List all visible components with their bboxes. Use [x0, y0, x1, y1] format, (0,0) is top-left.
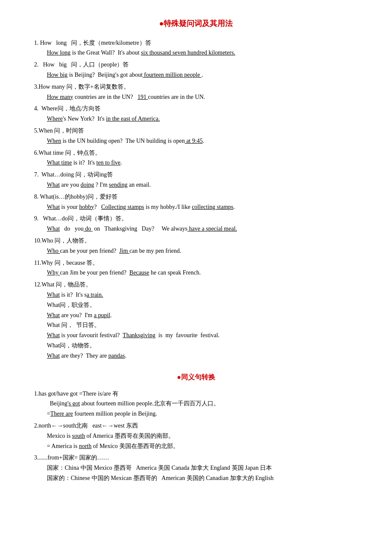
s2-item-2-line2: = America is north of Mexico 美国在墨西哥的北部。 [47, 441, 358, 451]
item-12c-example: What is your favourit festival? Thanksgi… [47, 330, 358, 341]
page-title: ●特殊疑问词及其用法 [34, 17, 358, 30]
s2-item-1-line1: Beijing's got about fourteen million peo… [47, 399, 358, 409]
s2-item-2-line1: Mexico is south of America 墨西哥在美国的南部。 [47, 431, 358, 441]
s2-item-3-label: 3.......from+国家= 国家的…… [34, 454, 109, 461]
page-wrapper: ●特殊疑问词及其用法 1. How long 问，长度（metre/kilome… [34, 17, 358, 555]
item-2-example: How big is Beijing? Beijing's got about … [47, 70, 358, 80]
item-8-label: 8. What(is…的hobby)问，爱好答 [34, 194, 118, 200]
item-3-example: How many countries are in the UN? 191 co… [47, 92, 358, 102]
s2-item-3: 3.......from+国家= 国家的…… 国家：China 中国 Mexic… [34, 453, 358, 483]
item-12-label: 12.What 问，物品答。 [34, 281, 92, 288]
item-6-example: What time is it? It's ten to five. [47, 158, 358, 168]
item-7: 7. What…doing 问，动词ing答 What are you doin… [34, 170, 358, 190]
s2-item-2-label: 2.north←→south北南 east←→west 东西 [34, 422, 138, 429]
item-1: 1. How long 问，长度（metre/kilometre）答 How l… [34, 38, 358, 58]
item-4-label: 4. Where问，地点/方向答 [34, 105, 101, 112]
section2-title: ●同义句转换 [34, 371, 358, 383]
item-12a-example: What is it? It's sa train. [47, 290, 358, 300]
s2-item-1-label: 1.has got/have got =There is/are 有 [34, 390, 118, 397]
item-1-example: How long is the Great Wall? It's about s… [47, 48, 358, 58]
item-8-example: What is your hobby? Collecting stamps is… [47, 202, 358, 212]
item-11: 11.Why 问，because 答。 Why can Jim be your … [34, 258, 358, 278]
item-11-label: 11.Why 问，because 答。 [34, 260, 99, 266]
item-7-example: What are you doing ? I'm sending an emai… [47, 180, 358, 190]
section2-title-text: ●同义句转换 [177, 373, 215, 381]
item-6: 6.What time 问，钟点答。 What time is it? It's… [34, 148, 358, 168]
s2-item-2: 2.north←→south北南 east←→west 东西 Mexico is… [34, 421, 358, 451]
item-9-example: What do you do on Thanksgiving Day? We a… [47, 224, 358, 234]
item-1-label: 1. How long 问，长度（metre/kilometre）答 [34, 40, 151, 46]
item-12d-label: What问，动物答。 [47, 341, 358, 351]
s2-item-3-line2: 国家的：Chinese 中国的 Mexican 墨西哥的 American 美国… [47, 473, 358, 483]
item-12b-label: What问，职业答。 [47, 300, 358, 310]
item-4-example: Where's New York? It's in the east of Am… [47, 114, 358, 124]
item-10-label: 10.Who 问，人物答。 [34, 237, 90, 244]
item-5: 5.When 问，时间答 When is the UN building ope… [34, 126, 358, 146]
item-12d-example: What are they? They are pandas. [47, 351, 358, 361]
item-12c-label: What 问， 节日答。 [47, 320, 358, 330]
item-12b-example: What are you? I'm a pupil. [47, 310, 358, 321]
item-9: 9. What…do问，动词（事情）答。 What do you do on T… [34, 214, 358, 234]
s2-item-3-line1: 国家：China 中国 Mexico 墨西哥 America 美国 Canada… [47, 463, 358, 473]
item-10-example: Who can be your pen friend? Jim can be m… [47, 246, 358, 256]
item-7-label: 7. What…doing 问，动词ing答 [34, 171, 113, 178]
item-3-label: 3.How many 问，数字+名词复数答。 [34, 84, 130, 90]
item-3: 3.How many 问，数字+名词复数答。 How many countrie… [34, 82, 358, 102]
item-8: 8. What(is…的hobby)问，爱好答 What is your hob… [34, 192, 358, 212]
item-5-example: When is the UN building open? The UN bui… [47, 136, 358, 146]
item-2: 2. How big 问，人口（people）答 How big is Beij… [34, 60, 358, 80]
item-9-label: 9. What…do问，动词（事情）答。 [34, 215, 127, 222]
item-5-label: 5.When 问，时间答 [34, 127, 84, 134]
item-4: 4. Where问，地点/方向答 Where's New York? It's … [34, 104, 358, 124]
item-11-example: Why can Jim be your pen friend? Because … [47, 268, 358, 278]
title-text: ●特殊疑问词及其用法 [159, 19, 233, 28]
item-12: 12.What 问，物品答。 What is it? It's sa train… [34, 280, 358, 361]
item-6-label: 6.What time 问，钟点答。 [34, 150, 101, 156]
item-2-label: 2. How big 问，人口（people）答 [34, 61, 129, 68]
item-10: 10.Who 问，人物答。 Who can be your pen friend… [34, 236, 358, 256]
s2-item-1-line2: =There are fourteen million people in Be… [47, 409, 358, 419]
s2-item-1: 1.has got/have got =There is/are 有 Beiji… [34, 389, 358, 419]
